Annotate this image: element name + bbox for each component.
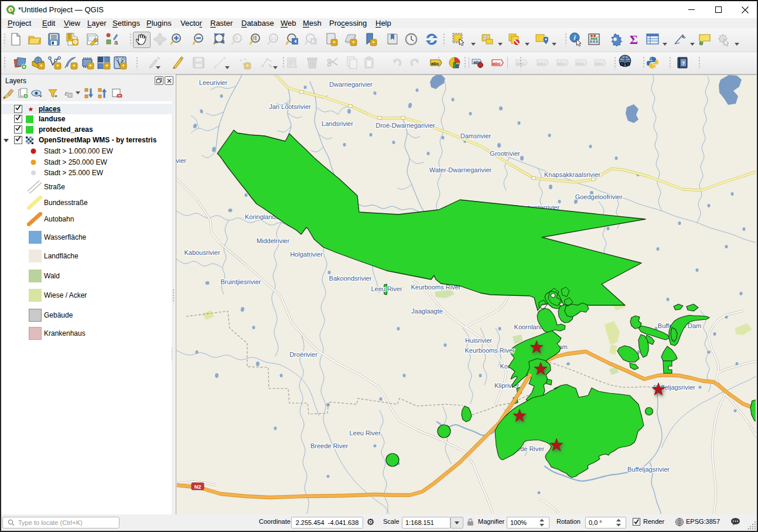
svg-text:*: * — [333, 40, 336, 46]
svg-text:*: * — [73, 63, 76, 69]
svg-text:Bruintjiesrivier: Bruintjiesrivier — [220, 278, 261, 285]
svg-text:Leeurivier: Leeurivier — [199, 79, 228, 86]
svg-text:Jan Lootsrivier: Jan Lootsrivier — [269, 103, 311, 110]
svg-text:Jaaglaagte: Jaaglaagte — [411, 308, 443, 315]
svg-text:Breede River: Breede River — [310, 442, 349, 449]
svg-text:*: * — [90, 63, 92, 69]
svg-text:abc: abc — [558, 61, 566, 66]
svg-text:Leeu River: Leeu River — [349, 429, 381, 436]
svg-text:*: * — [353, 40, 355, 46]
svg-text:Middelrivier: Middelrivier — [257, 237, 290, 244]
svg-text:Water-Dwarriegarivier: Water-Dwarriegarivier — [429, 166, 492, 173]
svg-text:Holgatrivier: Holgatrivier — [290, 251, 323, 258]
svg-text:Droë-Dwarriegarivier: Droë-Dwarriegarivier — [375, 122, 435, 129]
svg-text:*: * — [373, 40, 375, 46]
svg-text:?: ? — [682, 60, 685, 66]
svg-text:ε: ε — [64, 88, 68, 97]
svg-text:Grootrivier: Grootrivier — [490, 150, 520, 157]
svg-text:Knapsakkraalsrivier: Knapsakkraalsrivier — [544, 171, 600, 178]
svg-text:Dwarriegarivier: Dwarriegarivier — [329, 81, 373, 88]
svg-text:Leeu River: Leeu River — [371, 285, 402, 292]
svg-text:rivier: rivier — [176, 157, 186, 164]
svg-text:Damsrivier: Damsrivier — [460, 132, 491, 139]
svg-text:a: a — [114, 39, 118, 46]
svg-text:Buffeljagsrivier: Buffeljagsrivier — [627, 466, 670, 473]
svg-text:Σ: Σ — [630, 32, 638, 46]
svg-text:Goedgeloofrivier: Goedgeloofrivier — [575, 193, 623, 200]
svg-text:abc: abc — [493, 61, 501, 66]
svg-text:1:1: 1:1 — [271, 36, 276, 40]
svg-text:abc: abc — [595, 61, 603, 66]
svg-text:Kabousrivier: Kabousrivier — [184, 249, 220, 256]
svg-text:abc: abc — [538, 61, 546, 66]
svg-text:Droërivier: Droërivier — [289, 351, 317, 358]
svg-text:*: * — [106, 63, 108, 69]
svg-text:N2: N2 — [194, 484, 202, 490]
svg-text:*: * — [122, 63, 125, 69]
svg-text:*: * — [57, 63, 59, 69]
svg-text:*: * — [247, 63, 249, 69]
svg-text:Huisrivier: Huisrivier — [465, 337, 492, 344]
svg-text:*: * — [40, 63, 43, 69]
svg-text:Bakoondsrivier: Bakoondsrivier — [329, 275, 372, 282]
svg-text:Keurbooms River: Keurbooms River — [465, 347, 515, 354]
svg-text:abc: abc — [576, 61, 585, 66]
svg-text:Landsrivier: Landsrivier — [322, 120, 353, 127]
